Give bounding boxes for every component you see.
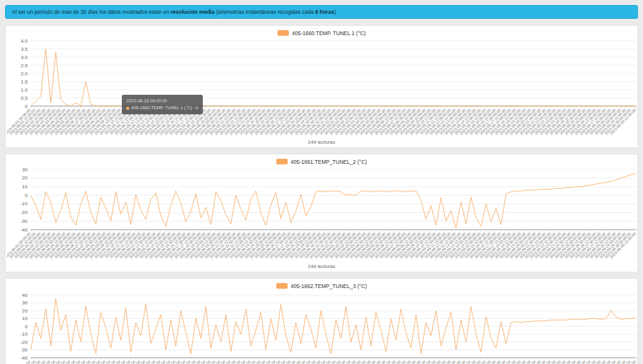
svg-text:0: 0 (25, 193, 28, 198)
svg-text:2023-08-01 00:00:00: 2023-08-01 00:00:00 (7, 360, 31, 364)
legend-item-tunel-3[interactable]: 405-1662.TEMP_TUNEL_3 (°C) (7, 282, 636, 290)
svg-text:-10: -10 (20, 201, 28, 207)
svg-text:10: 10 (22, 316, 28, 321)
banner-text-3: ) (334, 9, 336, 15)
svg-text:-30: -30 (20, 218, 28, 224)
legend-swatch (276, 283, 288, 289)
svg-text:30: 30 (22, 167, 28, 173)
svg-text:4.0: 4.0 (21, 38, 28, 44)
legend-item-tunel-2[interactable]: 405-1661.TEMP_TUNEL_2 (°C) (7, 158, 636, 166)
banner-highlight-interval: 6 horas (315, 9, 334, 15)
svg-text:2.5: 2.5 (21, 63, 28, 68)
legend-swatch (276, 159, 288, 164)
chart-card-tunel-3: 405-1662.TEMP_TUNEL_3 (°C) 403020100-10-… (5, 278, 638, 364)
svg-text:1.5: 1.5 (21, 79, 28, 85)
chart-card-tunel-1: 405-1660.TEMP. TUNEL 1 (°C) 4.03.53.02.5… (5, 25, 638, 148)
readings-count: 244 lecturas (7, 263, 636, 270)
legend-label: 405-1660.TEMP. TUNEL 1 (°C) (292, 30, 366, 36)
svg-text:-40: -40 (20, 355, 28, 361)
svg-text:-40: -40 (20, 227, 28, 233)
line-chart-tunel-3[interactable]: 403020100-10-20-30-402023-08-01 00:00:00… (7, 290, 640, 364)
banner-highlight-resolution: resolucion media (171, 9, 215, 15)
svg-text:40: 40 (22, 292, 28, 298)
banner-text: Al ser un período de mas de 30 días los … (12, 9, 171, 15)
banner-text-2: (telemetrías instantáneas recogidas cada (215, 9, 315, 15)
legend-label: 405-1662.TEMP_TUNEL_3 (°C) (291, 283, 367, 289)
svg-text:20: 20 (22, 175, 28, 181)
legend-item-tunel-1[interactable]: 405-1660.TEMP. TUNEL 1 (°C) (7, 29, 636, 37)
svg-text:30: 30 (22, 300, 28, 306)
svg-text:-30: -30 (20, 347, 28, 353)
line-chart-tunel-1[interactable]: 4.03.53.02.52.01.51.00.502023-08-01 00:0… (7, 37, 640, 139)
svg-text:10: 10 (22, 184, 28, 190)
svg-text:20: 20 (22, 308, 28, 314)
svg-text:1.0: 1.0 (21, 87, 28, 93)
svg-text:0.5: 0.5 (21, 95, 28, 101)
svg-text:2.0: 2.0 (21, 71, 28, 77)
svg-text:0: 0 (25, 104, 28, 109)
svg-text:-20: -20 (20, 210, 28, 215)
svg-text:-20: -20 (20, 340, 28, 345)
svg-text:3.0: 3.0 (21, 55, 28, 60)
svg-text:-10: -10 (20, 331, 28, 337)
legend-label: 405-1661.TEMP_TUNEL_2 (°C) (291, 159, 367, 165)
chart-card-tunel-2: 405-1661.TEMP_TUNEL_2 (°C) 3020100-10-20… (5, 154, 638, 272)
svg-text:3.5: 3.5 (21, 46, 28, 52)
info-banner: Al ser un período de mas de 30 días los … (5, 5, 638, 19)
line-chart-tunel-2[interactable]: 3020100-10-20-30-402023-08-01 00:00:0020… (7, 166, 640, 263)
svg-text:0: 0 (25, 324, 28, 329)
readings-count: 244 lecturas (7, 139, 636, 146)
legend-swatch (278, 30, 289, 36)
